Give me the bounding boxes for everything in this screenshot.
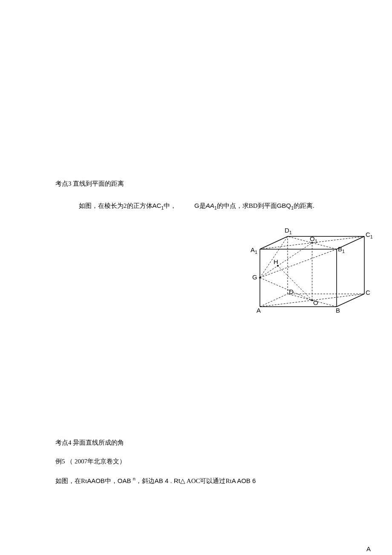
svg-line-8 [337,294,364,307]
body-e: AB 4 . Rt [155,477,180,484]
label-H: H [274,258,278,265]
label-D: D [289,288,294,295]
section2-example-text: 例5 （ 2007年北京卷文） [55,458,126,465]
svg-line-20 [260,278,312,300]
footer-letter-text: A [366,545,371,552]
body-f: △ AOC可以通过Rt [180,477,232,484]
label-D1: D1 [285,227,292,235]
svg-line-17 [260,249,337,278]
section2-title-text: 考点4 异面直线所成的角 [55,439,124,446]
section1-title: 考点3 直线到平面的距离 [55,179,124,189]
label-B1-letter: B [338,245,342,253]
label-O1: O1 [310,235,317,244]
section1-title-text: 考点3 直线到平面的距离 [55,180,124,187]
footer-letter: A [366,545,371,552]
label-D-letter: D [289,288,294,295]
label-B: B [336,307,340,314]
problem-part-g: GBQ [277,202,291,209]
section2-title: 考点4 异面直线所成的角 [55,438,124,448]
label-H-letter: H [274,258,278,265]
cube-figure: D1 C1 A1 B1 O1 G H D C A B [247,221,373,315]
label-C1-sub: 1 [370,234,373,239]
problem-part-c: 中， [164,202,176,209]
label-A1: A1 [251,246,257,255]
label-G: G [252,273,257,281]
label-C1: C1 [366,231,373,239]
body-d: ，斜边 [135,477,155,484]
label-D1-letter: D [285,227,289,234]
body-a: 如图，在Rt [55,477,87,484]
label-O1-sub: 1 [315,239,317,244]
svg-line-21 [278,266,312,300]
problem-part-f: 的中点，求BD到平面 [217,202,277,209]
problem-part-h: 的距离. [294,202,314,209]
svg-point-22 [259,277,261,279]
problem-part-d: G是 [194,202,206,209]
svg-point-24 [311,299,313,301]
body-b: AAOB中，OAB [87,477,133,484]
problem-part-a: 如图，在棱长为2的正方体 [79,202,153,209]
label-C1-letter: C [366,231,370,238]
label-A: A [257,307,261,314]
label-B1: B1 [338,245,345,254]
label-C-letter: C [366,289,370,296]
section2-body: 如图，在RtAAOB中，OAB n，斜边AB 4 . Rt△ AOC可以通过Rt… [55,475,256,486]
label-G-letter: G [252,273,257,281]
label-B-letter: B [336,307,340,314]
body-g: A AOB 6 [232,477,256,484]
problem-part-b: AC [153,202,161,209]
label-A-letter: A [257,307,261,314]
label-D1-sub: 1 [289,230,292,235]
label-O: O [313,299,318,306]
label-C: C [366,289,370,296]
label-O-letter: O [313,299,318,306]
label-A1-sub: 1 [255,250,257,255]
svg-line-19 [260,243,312,278]
section1-problem: 如图，在棱长为2的正方体AC1中， G是AA1的中点，求BD到平面GBQ1的距离… [79,201,314,212]
svg-line-9 [260,294,288,307]
label-B1-sub: 1 [342,249,345,254]
section2-example: 例5 （ 2007年北京卷文） [55,457,126,466]
label-A1-letter: A [251,246,255,253]
label-O1-letter: O [310,235,315,242]
problem-part-e: AA [206,202,214,209]
